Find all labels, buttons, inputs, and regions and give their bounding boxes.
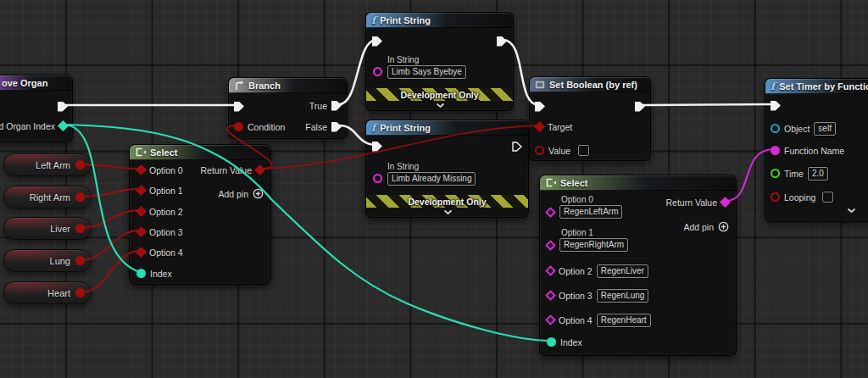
node-select-1-header[interactable]: Select — [130, 145, 270, 160]
remove-organ-exec-out-pin[interactable] — [58, 102, 68, 112]
print2-development-only-banner: Development Only — [366, 195, 528, 208]
node-print-string-1[interactable]: f Print String In String Limb Says Byeby… — [365, 12, 514, 111]
select2-option0-input[interactable]: RegenLeftArm — [559, 205, 622, 219]
select2-option0-pin[interactable] — [545, 207, 556, 218]
getter-liver-label: Liver — [50, 224, 70, 234]
set-boolean-exec-out-pin[interactable] — [635, 102, 645, 112]
getter-heart[interactable]: Heart — [3, 281, 92, 304]
node-branch-header[interactable]: Branch — [229, 78, 347, 93]
select2-option2-pin[interactable] — [545, 265, 556, 276]
set-boolean-target-pin[interactable] — [534, 121, 545, 132]
branch-exec-in-pin[interactable] — [234, 102, 244, 112]
print1-in-string-pin[interactable] — [373, 67, 382, 76]
print1-exec-out-pin[interactable] — [497, 36, 507, 47]
add-pin-icon — [718, 221, 729, 232]
print1-in-string-label: In String — [387, 55, 466, 64]
node-remove-organ[interactable]: ove Organ d Organ Index — [0, 75, 73, 142]
print2-exec-in-pin[interactable] — [372, 142, 382, 152]
node-select-2-header[interactable]: Select — [540, 175, 736, 191]
select1-option4-pin[interactable] — [136, 247, 147, 258]
select2-option3-input[interactable]: RegenLung — [597, 289, 649, 303]
select2-option2-label: Option 2 — [559, 266, 593, 276]
print2-in-string-pin[interactable] — [373, 174, 382, 183]
select2-option4-pin[interactable] — [545, 314, 556, 325]
getter-right-arm-pin[interactable] — [75, 192, 85, 202]
node-set-timer-title: Set Timer by Function Na — [779, 81, 868, 92]
select2-option3-label: Option 3 — [559, 291, 593, 301]
add-pin-icon — [253, 188, 264, 199]
branch-true-pin[interactable] — [331, 101, 342, 111]
node-select-1-title: Select — [150, 147, 177, 158]
set-boolean-exec-in-pin[interactable] — [535, 102, 545, 112]
node-remove-organ-header[interactable]: ove Organ — [0, 75, 72, 91]
node-set-timer-header[interactable]: f Set Timer by Function Na — [765, 79, 868, 94]
select1-option2-pin[interactable] — [136, 206, 147, 217]
set-timer-object-input[interactable]: self — [814, 122, 836, 136]
getter-liver-pin[interactable] — [75, 224, 85, 233]
select1-option3-pin[interactable] — [136, 226, 147, 237]
node-select-1[interactable]: Select Option 0 Option 1 Option 2 Option… — [129, 144, 271, 285]
select2-option3-pin[interactable] — [545, 290, 556, 301]
getter-right-arm[interactable]: Right Arm — [3, 186, 92, 208]
node-set-timer[interactable]: f Set Timer by Function Na Object self F… — [765, 78, 868, 222]
set-timer-function-name-pin[interactable] — [771, 146, 780, 155]
print2-collapse-chevron-icon[interactable] — [443, 209, 453, 215]
getter-right-arm-label: Right Arm — [30, 192, 70, 203]
select1-option1-pin[interactable] — [136, 185, 147, 196]
getter-left-arm-pin[interactable] — [75, 160, 85, 170]
set-timer-object-pin[interactable] — [771, 124, 780, 133]
node-print-string-1-header[interactable]: f Print String — [366, 13, 513, 28]
set-timer-object-label: Object — [784, 124, 810, 134]
select1-index-pin[interactable] — [136, 269, 146, 278]
select2-index-label: Index — [560, 337, 582, 347]
node-print-string-2[interactable]: f Print String In String Limb Already Mi… — [365, 120, 529, 218]
node-select-2[interactable]: Select Option 0 RegenLeftArm Option 1 Re… — [539, 175, 737, 356]
getter-lung-pin[interactable] — [75, 256, 85, 265]
branch-false-pin[interactable] — [331, 122, 342, 132]
node-branch[interactable]: Branch Condition True False — [228, 77, 348, 139]
node-print-string-2-header[interactable]: f Print String — [366, 120, 528, 136]
select2-option2-input[interactable]: RegenLiver — [597, 264, 648, 278]
print2-exec-out-pin[interactable] — [512, 142, 522, 152]
select1-return-pin[interactable] — [254, 164, 265, 175]
blueprint-canvas[interactable]: ove Organ d Organ Index Left Arm Right A… — [0, 0, 868, 378]
select2-add-pin[interactable]: Add pin — [683, 220, 729, 234]
select2-index-pin[interactable] — [547, 337, 556, 347]
getter-liver[interactable]: Liver — [3, 217, 92, 240]
select2-option4-label: Option 4 — [559, 315, 593, 325]
branch-condition-pin[interactable] — [234, 122, 243, 131]
select1-add-pin[interactable]: Add pin — [218, 186, 264, 201]
select1-index-label: Index — [150, 269, 172, 279]
function-icon: f — [371, 124, 376, 132]
set-timer-time-label: Time — [784, 169, 804, 179]
set-boolean-value-checkbox[interactable] — [578, 145, 589, 156]
getter-left-arm[interactable]: Left Arm — [3, 153, 92, 176]
getter-left-arm-label: Left Arm — [36, 160, 70, 170]
getter-lung[interactable]: Lung — [3, 249, 92, 272]
node-set-boolean[interactable]: Set Boolean (by ref) Target Value — [529, 76, 651, 161]
set-timer-looping-pin[interactable] — [771, 192, 780, 202]
getter-heart-pin[interactable] — [75, 288, 85, 297]
set-timer-time-pin[interactable] — [771, 169, 780, 178]
print1-in-string-input[interactable]: Limb Says Byebye — [387, 65, 466, 79]
select2-add-pin-label: Add pin — [683, 222, 714, 232]
print2-in-string-input[interactable]: Limb Already Missing — [387, 172, 476, 186]
set-timer-time-input[interactable]: 2.0 — [808, 167, 828, 181]
remove-organ-index-pin[interactable] — [58, 120, 69, 131]
print1-exec-in-pin[interactable] — [372, 36, 382, 47]
select2-option4-input[interactable]: RegenHeart — [597, 314, 651, 327]
node-set-boolean-header[interactable]: Set Boolean (by ref) — [530, 77, 650, 92]
set-timer-exec-in-pin[interactable] — [771, 101, 781, 111]
set-timer-expand-chevron-icon[interactable] — [847, 208, 856, 214]
select2-option0-label: Option 0 — [561, 195, 622, 204]
select2-option1-pin[interactable] — [545, 240, 556, 251]
select2-option1-label: Option 1 — [561, 228, 628, 237]
select2-option1-input[interactable]: RegenRightArm — [559, 238, 628, 252]
set-boolean-value-pin[interactable] — [535, 146, 544, 155]
select-icon — [545, 178, 556, 187]
select1-option0-pin[interactable] — [136, 164, 147, 175]
print1-collapse-chevron-icon[interactable] — [436, 103, 445, 108]
select2-return-pin[interactable] — [720, 197, 731, 208]
set-timer-looping-checkbox[interactable] — [822, 192, 833, 203]
branch-true-label: True — [309, 101, 327, 111]
